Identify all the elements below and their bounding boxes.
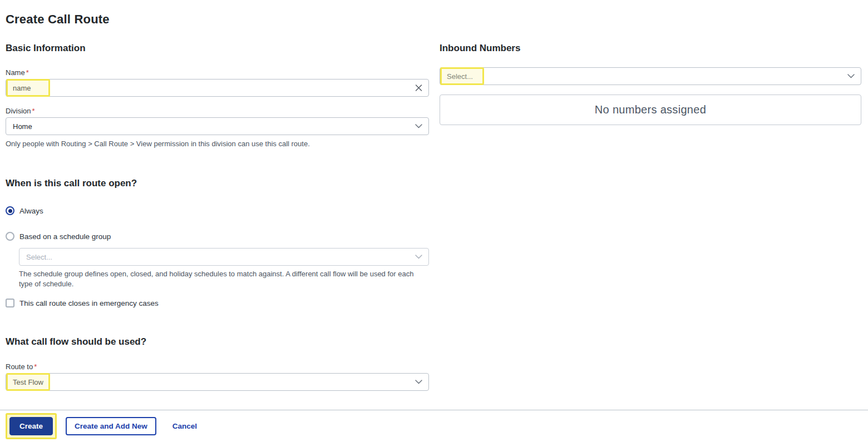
route-to-select-value: Test Flow — [13, 378, 43, 386]
name-label: Name* — [6, 68, 429, 77]
cancel-link[interactable]: Cancel — [172, 422, 197, 430]
left-column: Basic Information Name* name Division* H… — [6, 27, 429, 391]
call-route-open-heading: When is this call route open? — [6, 178, 429, 189]
create-button[interactable]: Create — [9, 417, 53, 435]
inbound-numbers-select[interactable]: Select... — [440, 67, 861, 85]
close-icon — [415, 85, 422, 92]
schedule-group-select[interactable]: Select... — [19, 248, 429, 266]
route-to-label: Route to* — [6, 362, 429, 371]
schedule-group-radio-row: Based on a schedule group — [6, 232, 429, 241]
division-label: Division* — [6, 107, 429, 115]
required-asterisk: * — [34, 362, 37, 371]
required-asterisk: * — [26, 68, 29, 77]
schedule-group-radio[interactable] — [6, 232, 14, 241]
always-radio-row: Always — [6, 206, 429, 215]
emergency-checkbox-row: This call route closes in emergency case… — [6, 299, 429, 307]
always-radio[interactable] — [6, 206, 14, 215]
chevron-down-icon — [415, 380, 422, 384]
content-columns: Basic Information Name* name Division* H… — [6, 27, 861, 391]
schedule-group-radio-label: Based on a schedule group — [19, 232, 111, 241]
no-numbers-message: No numbers assigned — [595, 103, 706, 116]
emergency-checkbox-label: This call route closes in emergency case… — [19, 299, 159, 307]
name-input-value: name — [13, 84, 31, 92]
chevron-down-icon — [415, 255, 422, 259]
division-select[interactable]: Home — [6, 117, 429, 135]
route-to-select[interactable]: Test Flow — [6, 373, 429, 391]
division-help-text: Only people with Routing > Call Route > … — [6, 139, 429, 149]
name-input[interactable]: name — [6, 79, 429, 97]
annotation-highlight: Create — [6, 413, 57, 439]
division-select-value: Home — [13, 122, 32, 131]
inbound-numbers-heading: Inbound Numbers — [440, 43, 861, 54]
create-call-route-page: Create Call Route Basic Information Name… — [0, 12, 868, 391]
chevron-down-icon — [847, 74, 855, 78]
clear-input-button[interactable] — [415, 85, 422, 92]
footer-action-bar: Create Create and Add New Cancel — [0, 410, 868, 442]
call-flow-heading: What call flow should be used? — [6, 336, 429, 347]
emergency-checkbox[interactable] — [6, 299, 14, 307]
schedule-group-select-placeholder: Select... — [26, 253, 52, 261]
right-column: Inbound Numbers Select... No numbers ass… — [440, 27, 861, 125]
page-title: Create Call Route — [6, 12, 861, 27]
schedule-group-help-text: The schedule group defines open, closed,… — [19, 269, 429, 289]
create-and-add-new-button[interactable]: Create and Add New — [66, 417, 156, 435]
basic-information-heading: Basic Information — [6, 43, 429, 54]
required-asterisk: * — [32, 107, 35, 115]
no-numbers-assigned-panel: No numbers assigned — [440, 95, 861, 125]
inbound-numbers-select-placeholder: Select... — [447, 72, 473, 81]
chevron-down-icon — [415, 124, 422, 128]
always-radio-label: Always — [19, 207, 43, 215]
